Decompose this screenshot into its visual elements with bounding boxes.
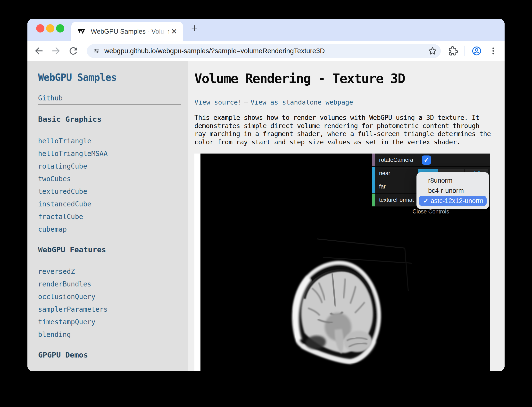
- profile-avatar-icon[interactable]: [472, 46, 482, 56]
- new-tab-button[interactable]: +: [189, 22, 200, 34]
- rotate-camera-checkbox[interactable]: ✓: [422, 155, 431, 165]
- description-line: ray marching in a fragment shader, where…: [194, 130, 505, 138]
- close-tab-icon[interactable]: ✕: [171, 27, 177, 36]
- main-content: Volume Rendering - Texture 3D View sourc…: [188, 61, 505, 371]
- menu-kebab-icon[interactable]: [488, 46, 498, 56]
- near-label: near: [379, 167, 390, 180]
- browser-tab[interactable]: WebGPU Samples - Volume R ✕: [71, 22, 183, 41]
- links-separator: —: [244, 98, 248, 106]
- page-title: Volume Rendering - Texture 3D: [194, 71, 505, 86]
- sidebar-title: WebGPU Samples: [38, 72, 188, 83]
- sidebar-divider: [38, 104, 181, 105]
- sidebar: WebGPU Samples Github Basic Graphics hel…: [27, 61, 188, 371]
- forward-icon[interactable]: [50, 45, 62, 57]
- sidebar-item-cubemap[interactable]: cubemap: [38, 223, 188, 236]
- sidebar-item-instancedCube[interactable]: instancedCube: [38, 198, 188, 211]
- sidebar-item-blending[interactable]: blending: [38, 328, 188, 341]
- section-heading-webgpu-features: WebGPU Features: [38, 245, 188, 254]
- toolbar-divider: [465, 46, 465, 56]
- back-icon[interactable]: [33, 45, 44, 57]
- traffic-lights: [36, 24, 64, 33]
- canvas-container: rotateCamera ✓ near 4.2: [194, 154, 490, 371]
- description-line: This example shows how to render volumes…: [194, 114, 505, 122]
- tab-title-fade: [151, 24, 168, 35]
- webgpu-features-links: reversedZ renderBundles occlusionQuery s…: [38, 265, 188, 341]
- basic-graphics-links: helloTriangle helloTriangleMSAA rotating…: [38, 135, 188, 236]
- number-accent-stripe: [372, 180, 375, 193]
- sidebar-item-renderBundles[interactable]: renderBundles: [38, 278, 188, 291]
- gui-row-rotate-camera: rotateCamera ✓: [372, 154, 490, 167]
- string-accent-stripe: [372, 194, 375, 206]
- rotate-camera-label: rotateCamera: [379, 154, 413, 166]
- screenshot-stage: WebGPU Samples - Volume R ✕ +: [0, 0, 532, 407]
- browser-toolbar: webgpu.github.io/webgpu-samples/?sample=…: [27, 41, 505, 61]
- dropdown-option-r8unorm[interactable]: r8unorm: [419, 175, 487, 186]
- section-heading-basic-graphics: Basic Graphics: [38, 114, 188, 124]
- brain-mri-render: [285, 257, 388, 368]
- bookmark-star-icon[interactable]: [428, 46, 437, 56]
- selected-option-label: astc-12x12-unorm: [431, 196, 483, 206]
- sidebar-item-occlusionQuery[interactable]: occlusionQuery: [38, 291, 188, 303]
- close-window-button[interactable]: [36, 24, 44, 33]
- far-label: far: [379, 180, 386, 193]
- minimize-window-button[interactable]: [46, 24, 54, 33]
- sidebar-item-helloTriangleMSAA[interactable]: helloTriangleMSAA: [38, 147, 188, 160]
- sidebar-item-texturedCube[interactable]: texturedCube: [38, 185, 188, 198]
- page-content: WebGPU Samples Github Basic Graphics hel…: [27, 61, 505, 371]
- gpgpu-demos-links: computeBoids: [38, 371, 188, 371]
- zoom-window-button[interactable]: [56, 24, 64, 33]
- webgpu-canvas[interactable]: rotateCamera ✓ near 4.2: [200, 154, 490, 371]
- standalone-webpage-link[interactable]: View as standalone webpage: [250, 98, 353, 106]
- description-line: demonstrates simple direct volume render…: [194, 122, 505, 130]
- sample-description: This example shows how to render volumes…: [194, 114, 505, 146]
- selected-checkmark-icon: ✓: [423, 196, 431, 206]
- url-bar[interactable]: webgpu.github.io/webgpu-samples/?sample=…: [87, 44, 441, 58]
- reload-icon[interactable]: [68, 45, 79, 57]
- extensions-icon[interactable]: [448, 46, 458, 56]
- sidebar-item-helloTriangle[interactable]: helloTriangle: [38, 135, 188, 147]
- dropdown-option-astc-12x12-unorm[interactable]: ✓ astc-12x12-unorm: [419, 196, 487, 206]
- github-link[interactable]: Github: [38, 94, 63, 102]
- sidebar-item-timestampQuery[interactable]: timestampQuery: [38, 316, 188, 328]
- sidebar-item-reversedZ[interactable]: reversedZ: [38, 265, 188, 278]
- sample-links-row: View source!—View as standalone webpage: [194, 98, 505, 106]
- dropdown-option-bc4-r-unorm[interactable]: bc4-r-unorm: [419, 186, 487, 196]
- boolean-accent-stripe: [372, 154, 375, 166]
- description-line: color from ray start and step size value…: [194, 138, 505, 146]
- sidebar-item-twoCubes[interactable]: twoCubes: [38, 173, 188, 185]
- view-source-link[interactable]: View source!: [194, 98, 242, 106]
- texture-format-label: textureFormat: [379, 194, 414, 206]
- texture-format-dropdown: r8unorm bc4-r-unorm ✓ astc-12x12-unorm: [416, 172, 489, 209]
- sidebar-item-samplerParameters[interactable]: samplerParameters: [38, 303, 188, 316]
- canvas-left-gutter: [194, 154, 200, 371]
- browser-window: WebGPU Samples - Volume R ✕ +: [27, 19, 505, 371]
- sidebar-item-rotatingCube[interactable]: rotatingCube: [38, 160, 188, 173]
- tab-strip: WebGPU Samples - Volume R ✕ +: [27, 19, 505, 41]
- section-heading-gpgpu-demos: GPGPU Demos: [38, 350, 188, 359]
- site-settings-icon[interactable]: [92, 47, 100, 55]
- sidebar-item-fractalCube[interactable]: fractalCube: [38, 211, 188, 223]
- toolbar-right-icons: [448, 46, 498, 56]
- number-accent-stripe: [372, 167, 375, 180]
- url-text[interactable]: webgpu.github.io/webgpu-samples/?sample=…: [104, 47, 428, 55]
- webgpu-favicon-icon: [77, 27, 86, 36]
- sidebar-item-computeBoids[interactable]: computeBoids: [38, 371, 188, 371]
